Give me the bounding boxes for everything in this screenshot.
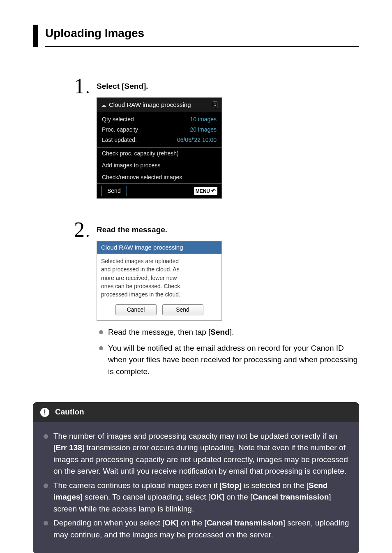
dialog-line: processed images in the cloud. [101, 290, 217, 298]
caution-item: Depending on when you select [OK] on the… [42, 517, 350, 541]
caution-list: The number of images and processing capa… [42, 430, 350, 541]
caution-title-bar: ! Caution [33, 402, 359, 422]
status-row: Last updated: 06/06/'22 10:00 [97, 135, 221, 145]
caution-icon: ! [40, 408, 49, 417]
menu-item-check-capacity[interactable]: Check proc. capacity (refresh) [97, 148, 221, 160]
page-title-wrap: Uploading Images [33, 25, 359, 47]
step-heading: Read the message. [97, 224, 359, 236]
cloud-icon [101, 100, 106, 110]
step-2: 2. Read the message. Cloud RAW image pro… [74, 219, 359, 382]
dialog-body: Selected images are uploaded and process… [97, 254, 221, 300]
dialog-line: more are received, fewer new [101, 274, 217, 282]
instruction-bullets: Read the message, then tap [Send]. You w… [97, 326, 359, 377]
camera-screen-2: Cloud RAW image processing Selected imag… [97, 241, 222, 321]
send-button[interactable]: Send [101, 186, 127, 196]
menu-item-check-remove[interactable]: Check/remove selected images [97, 171, 221, 183]
dialog-line: Selected images are uploaded [101, 257, 217, 265]
page-title: Uploading Images [45, 25, 359, 47]
camera-screen-title-bar: Cloud RAW image processing 1 [97, 98, 221, 113]
dialog-line: ones can be processed. Check [101, 282, 217, 290]
caution-box: ! Caution The number of images and proce… [33, 402, 359, 553]
step-heading: Select [Send]. [97, 81, 359, 93]
instruction-item: Read the message, then tap [Send]. [97, 326, 359, 338]
dialog-title: Cloud RAW image processing [97, 241, 221, 254]
caution-item: The camera continues to upload images ev… [42, 480, 350, 515]
status-value: 20 images [190, 125, 217, 134]
status-label: Proc. capacity [102, 125, 138, 134]
status-label: Qty selected [102, 115, 134, 124]
dialog-line: and processed in the cloud. As [101, 265, 217, 273]
status-row: Qty selected 10 images [97, 114, 221, 125]
status-label: Last updated: [102, 136, 137, 144]
status-value: 06/06/'22 10:00 [177, 136, 217, 144]
camera-screen-title: Cloud RAW image processing [109, 100, 191, 110]
step-number: 2. [74, 219, 97, 382]
step-number: 1. [74, 76, 97, 199]
back-arrow-icon [211, 187, 216, 195]
send-button[interactable]: Send [162, 304, 203, 315]
caution-title: Caution [55, 406, 84, 418]
status-value: 10 images [190, 115, 217, 124]
camera-screen-1: Cloud RAW image processing 1 Qty selecte… [97, 97, 222, 199]
card-slot-icon: 1 [213, 102, 217, 108]
menu-item-add-images[interactable]: Add images to process [97, 160, 221, 171]
step-1: 1. Select [Send]. Cloud RAW image proces… [74, 76, 359, 199]
cancel-button[interactable]: Cancel [115, 304, 157, 315]
status-row: Proc. capacity 20 images [97, 125, 221, 135]
caution-item: The number of images and processing capa… [42, 430, 350, 477]
instruction-item: You will be notified at the email addres… [97, 342, 359, 378]
menu-back-button[interactable]: MENU [194, 187, 217, 195]
